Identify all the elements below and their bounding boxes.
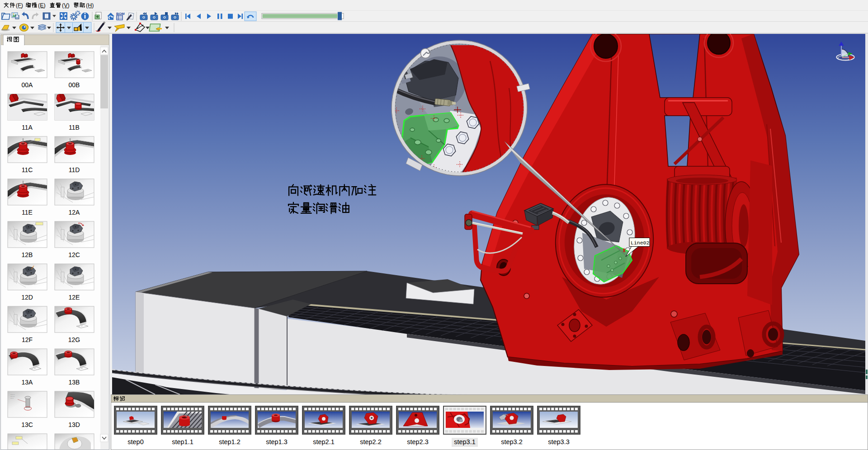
svg-text:11D: 11D	[69, 166, 80, 173]
svg-text:step1.1: step1.1	[172, 438, 193, 445]
svg-text:step3.1: step3.1	[454, 438, 476, 445]
svg-text:11E: 11E	[22, 209, 33, 216]
svg-text:step3.2: step3.2	[501, 438, 523, 445]
svg-text:11C: 11C	[22, 166, 33, 173]
svg-text:Line02: Line02	[631, 240, 650, 246]
svg-text:step2.2: step2.2	[360, 438, 382, 445]
svg-text:12G: 12G	[68, 336, 80, 343]
svg-text:step2.3: step2.3	[407, 438, 429, 445]
svg-text:(E): (E)	[38, 2, 46, 9]
svg-text:step2.1: step2.1	[313, 438, 335, 445]
svg-text:13C: 13C	[21, 421, 33, 428]
svg-text:00B: 00B	[69, 81, 80, 89]
svg-text:11A: 11A	[22, 124, 33, 131]
svg-text:step0: step0	[127, 438, 143, 445]
svg-text:12F: 12F	[22, 336, 33, 343]
svg-text:13A: 13A	[22, 379, 33, 386]
svg-text:12D: 12D	[21, 294, 33, 301]
svg-text:step1.3: step1.3	[266, 438, 288, 445]
svg-text:11B: 11B	[69, 124, 80, 131]
svg-text:13B: 13B	[69, 379, 80, 386]
svg-text:(V): (V)	[62, 2, 70, 9]
svg-text:*** **: *** **	[10, 398, 14, 400]
svg-text:step3.3: step3.3	[548, 438, 570, 445]
svg-text:00A: 00A	[22, 81, 33, 89]
svg-text:12B: 12B	[22, 251, 33, 258]
svg-text:step1.2: step1.2	[219, 438, 241, 445]
svg-text:(H): (H)	[86, 2, 94, 9]
svg-text:12A: 12A	[69, 209, 80, 216]
svg-text:(F): (F)	[16, 2, 23, 9]
svg-text:13D: 13D	[68, 421, 80, 428]
svg-text:12E: 12E	[69, 294, 80, 301]
svg-text:12C: 12C	[68, 251, 80, 258]
